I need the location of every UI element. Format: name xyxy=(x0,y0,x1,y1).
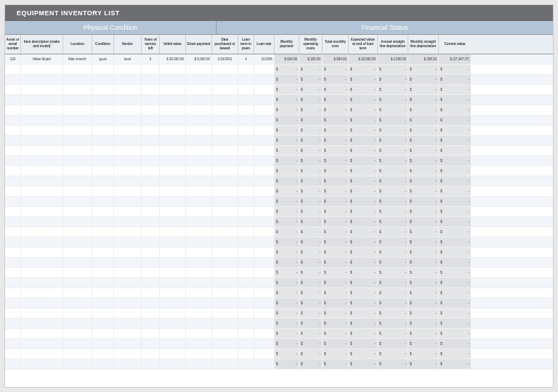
cell[interactable]: $- xyxy=(299,136,323,145)
cell[interactable]: $- xyxy=(349,319,378,328)
cell[interactable]: $- xyxy=(299,115,323,125)
cell[interactable]: $- xyxy=(299,85,323,94)
cell[interactable]: $- xyxy=(408,85,439,94)
cell[interactable] xyxy=(186,319,212,328)
cell[interactable] xyxy=(186,217,212,226)
cell[interactable]: $- xyxy=(275,237,299,247)
cell[interactable] xyxy=(238,268,254,277)
cell[interactable]: $- xyxy=(275,258,299,267)
cell[interactable] xyxy=(142,359,160,369)
cell[interactable]: $- xyxy=(275,136,299,145)
cell[interactable]: $- xyxy=(299,237,323,247)
cell[interactable] xyxy=(254,319,275,328)
cell[interactable]: $- xyxy=(408,146,439,155)
cell[interactable] xyxy=(114,176,142,186)
cell[interactable]: $- xyxy=(408,75,439,84)
cell[interactable]: $- xyxy=(299,359,323,369)
cell[interactable]: $- xyxy=(378,288,408,298)
cell[interactable] xyxy=(63,146,92,155)
cell[interactable]: $- xyxy=(323,319,349,328)
cell[interactable] xyxy=(21,329,63,338)
cell[interactable]: $ 834.06 xyxy=(323,54,349,64)
cell[interactable]: $- xyxy=(439,237,471,247)
cell[interactable]: $- xyxy=(275,105,299,115)
cell[interactable] xyxy=(254,197,275,206)
cell[interactable]: $- xyxy=(299,187,323,196)
cell[interactable] xyxy=(254,85,275,94)
cell[interactable] xyxy=(63,258,92,267)
cell[interactable] xyxy=(254,105,275,115)
cell[interactable]: $- xyxy=(349,359,378,369)
cell[interactable]: $- xyxy=(439,258,471,267)
cell[interactable] xyxy=(63,248,92,257)
cell[interactable] xyxy=(212,227,238,237)
cell[interactable]: $- xyxy=(299,288,323,298)
cell[interactable] xyxy=(114,349,142,359)
cell[interactable] xyxy=(186,298,212,308)
cell[interactable] xyxy=(5,136,21,145)
cell[interactable]: $- xyxy=(323,298,349,308)
cell[interactable]: $- xyxy=(299,339,323,348)
table-row[interactable]: $-$-$-$-$-$-$- xyxy=(5,268,553,278)
table-row[interactable]: $-$-$-$-$-$-$- xyxy=(5,85,553,95)
cell[interactable] xyxy=(5,197,21,206)
cell[interactable]: $- xyxy=(439,339,471,348)
cell[interactable]: $- xyxy=(323,217,349,226)
cell[interactable] xyxy=(63,75,92,84)
cell[interactable]: $- xyxy=(408,207,439,216)
cell[interactable] xyxy=(5,339,21,348)
cell[interactable] xyxy=(160,237,186,247)
cell[interactable]: $- xyxy=(439,85,471,94)
cell[interactable]: $- xyxy=(299,176,323,186)
cell[interactable] xyxy=(186,197,212,206)
cell[interactable]: $- xyxy=(323,75,349,84)
cell[interactable] xyxy=(238,339,254,348)
cell[interactable]: $- xyxy=(408,248,439,257)
cell[interactable] xyxy=(21,309,63,318)
cell[interactable]: $- xyxy=(408,349,439,359)
cell[interactable]: $- xyxy=(349,349,378,359)
cell[interactable] xyxy=(5,227,21,237)
cell[interactable] xyxy=(186,95,212,105)
cell[interactable]: $ 20,000.00 xyxy=(349,54,378,64)
cell[interactable] xyxy=(5,95,21,105)
cell[interactable]: $- xyxy=(378,95,408,105)
cell[interactable] xyxy=(238,349,254,359)
cell[interactable] xyxy=(114,166,142,176)
cell[interactable] xyxy=(21,115,63,125)
cell[interactable]: $- xyxy=(323,207,349,216)
cell[interactable] xyxy=(21,95,63,105)
cell[interactable] xyxy=(5,237,21,247)
cell[interactable]: $- xyxy=(408,115,439,125)
cell[interactable]: $ (27,347.27) xyxy=(439,54,471,64)
cell[interactable] xyxy=(142,166,160,176)
table-row[interactable]: $-$-$-$-$-$-$- xyxy=(5,207,553,217)
cell[interactable] xyxy=(142,339,160,348)
cell[interactable]: $- xyxy=(378,309,408,318)
cell[interactable] xyxy=(212,156,238,166)
cell[interactable]: $- xyxy=(439,349,471,359)
cell[interactable]: $- xyxy=(349,126,378,135)
cell[interactable]: $- xyxy=(349,207,378,216)
cell[interactable] xyxy=(254,227,275,237)
cell[interactable] xyxy=(5,176,21,186)
cell[interactable] xyxy=(186,268,212,277)
cell[interactable]: $- xyxy=(275,298,299,308)
cell[interactable]: $- xyxy=(299,309,323,318)
cell[interactable] xyxy=(254,65,275,74)
cell[interactable] xyxy=(92,136,114,145)
cell[interactable] xyxy=(21,65,63,74)
cell[interactable]: $- xyxy=(275,65,299,74)
cell[interactable] xyxy=(186,105,212,115)
cell[interactable] xyxy=(160,359,186,369)
cell[interactable] xyxy=(114,217,142,226)
cell[interactable]: $- xyxy=(378,248,408,257)
cell[interactable]: $- xyxy=(439,248,471,257)
cell[interactable] xyxy=(212,288,238,298)
cell[interactable]: $- xyxy=(275,309,299,318)
cell[interactable] xyxy=(160,329,186,338)
cell[interactable] xyxy=(186,75,212,84)
cell[interactable]: $- xyxy=(299,126,323,135)
cell[interactable]: $- xyxy=(275,359,299,369)
cell[interactable]: $- xyxy=(378,278,408,287)
